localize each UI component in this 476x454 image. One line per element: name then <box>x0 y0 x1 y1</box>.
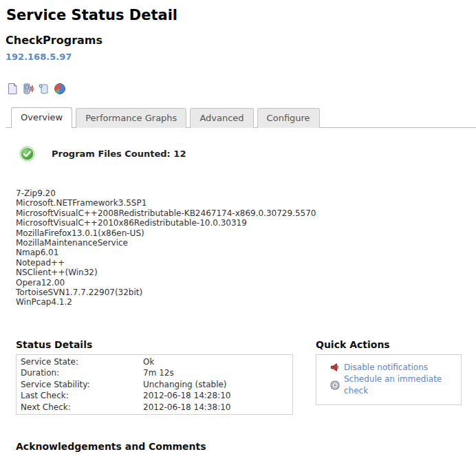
availability-pie-icon[interactable] <box>54 83 66 95</box>
quick-actions-box: Disable notifications Schedule an immedi… <box>316 354 462 405</box>
program-list-item: MozillaMaintenanceService <box>16 238 476 248</box>
disable-notifications-label: Disable notifications <box>344 362 428 374</box>
plugin-output-list: 7-Zip9.20 Microsoft.NETFramework3.5SP1 M… <box>16 188 476 307</box>
program-list-item: Nmap6.01 <box>16 248 476 257</box>
status-details-row: Duration: 7m 12s <box>17 367 292 378</box>
program-list-item: Notepad++ <box>16 258 476 268</box>
status-row-label: Last Check: <box>21 390 143 401</box>
tab-overview[interactable]: Overview <box>11 107 72 128</box>
schedule-check-label: Schedule an immediate check <box>344 374 455 397</box>
schedule-immediate-check-link[interactable]: Schedule an immediate check <box>322 374 455 397</box>
quick-actions-section: Quick Actions Disable notifications <box>316 339 462 415</box>
program-list-item: 7-Zip9.20 <box>16 188 476 198</box>
program-list-item: MicrosoftVisualC++2008Redistributable-KB… <box>16 208 476 218</box>
program-list-item: TortoiseSVN1.7.7.22907(32bit) <box>16 288 476 297</box>
status-details-row: Service Stability: Unchanging (stable) <box>17 379 292 390</box>
log-icon[interactable] <box>38 83 50 95</box>
send-notification-icon[interactable] <box>22 83 34 95</box>
quick-actions-heading: Quick Actions <box>316 339 462 350</box>
tab-performance-graphs[interactable]: Performance Graphs <box>76 108 186 128</box>
status-details-section: Status Details Service State: Ok Duratio… <box>16 339 294 415</box>
program-list-item: MozillaFirefox13.0.1(x86en-US) <box>16 228 476 238</box>
acknowledgements-heading: Acknowledgements and Comments <box>16 441 476 452</box>
schedule-check-icon <box>330 380 340 390</box>
disable-notifications-icon <box>330 363 340 372</box>
status-details-row: Last Check: 2012-06-18 14:28:10 <box>17 390 292 401</box>
status-row-label: Service State: <box>21 356 143 367</box>
status-details-row: Service State: Ok <box>17 356 292 367</box>
tab-advanced[interactable]: Advanced <box>190 108 253 128</box>
status-row-value: 2012-06-18 14:28:10 <box>143 390 288 401</box>
page-title: Service Status Detail <box>6 7 476 23</box>
detail-columns: Status Details Service State: Ok Duratio… <box>16 339 476 415</box>
host-address-link[interactable]: 192.168.5.97 <box>6 52 72 62</box>
program-list-item: NSClient++(Win32) <box>16 268 476 277</box>
status-row-value: Unchanging (stable) <box>143 379 288 390</box>
service-name: CheckPrograms <box>6 34 476 47</box>
status-details-row: Next Check: 2012-06-18 14:38:10 <box>17 402 292 413</box>
program-list-item: MicrosoftVisualC++2010x86Redistributable… <box>16 218 476 228</box>
ok-check-icon <box>19 146 35 162</box>
status-row-label: Next Check: <box>21 402 143 413</box>
program-list-item: WinPcap4.1.2 <box>16 297 476 307</box>
status-row-value: Ok <box>143 356 288 367</box>
acknowledgements-section: Acknowledgements and Comments No comment… <box>16 441 476 454</box>
service-toolbar <box>6 83 476 95</box>
status-row-label: Duration: <box>21 367 143 378</box>
disable-notifications-link[interactable]: Disable notifications <box>322 362 455 374</box>
tab-configure[interactable]: Configure <box>257 108 320 128</box>
status-details-table: Service State: Ok Duration: 7m 12s Servi… <box>16 354 293 415</box>
detail-tabs: Overview Performance Graphs Advanced Con… <box>6 107 476 128</box>
status-row-value: 7m 12s <box>143 367 288 378</box>
program-list-item: Microsoft.NETFramework3.5SP1 <box>16 198 476 208</box>
status-row-value: 2012-06-18 14:38:10 <box>143 402 288 413</box>
status-summary-text: Program Files Counted: 12 <box>52 149 186 159</box>
service-status-line: Program Files Counted: 12 <box>16 146 476 162</box>
notes-icon[interactable] <box>6 83 19 95</box>
program-list-item: Opera12.00 <box>16 278 476 288</box>
status-details-heading: Status Details <box>16 339 294 350</box>
overview-tab-content: Program Files Counted: 12 7-Zip9.20 Micr… <box>6 146 476 454</box>
status-row-label: Service Stability: <box>21 379 143 390</box>
